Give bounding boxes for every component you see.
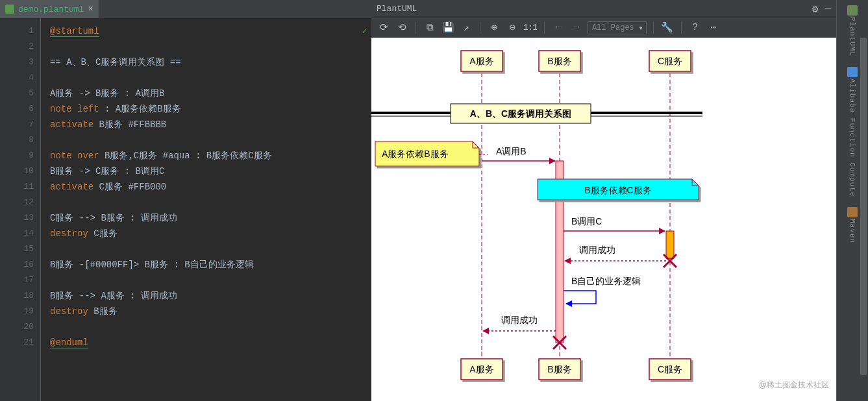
msg-a-to-b: A调用B [496, 146, 527, 156]
copy-icon[interactable]: ⧉ [423, 21, 437, 35]
preview-title: PlantUML [377, 4, 417, 14]
msg-c-reply: 调用成功 [579, 245, 615, 255]
preview-pane: PlantUML ⚙ — ⟳ ⟲ ⧉ 💾 ↗ ⊕ ⊖ 1:1 ← → All P… [371, 0, 836, 401]
editor-area[interactable]: 123456789101112131415161718192021 ✓ @sta… [0, 18, 371, 401]
gutter: 123456789101112131415161718192021 [0, 18, 40, 401]
watermark: @稀土掘金技术社区 [759, 380, 829, 391]
gear-icon[interactable]: ⚙ [812, 3, 819, 16]
editor-pane: demo.plantuml × 123456789101112131415161… [0, 0, 371, 401]
svg-rect-16 [666, 231, 674, 258]
help-icon[interactable]: ? [688, 21, 702, 35]
inspection-ok-icon: ✓ [362, 23, 367, 39]
preview-header: PlantUML ⚙ — [371, 0, 836, 18]
close-icon[interactable]: × [88, 4, 93, 14]
editor-tabbar: demo.plantuml × [0, 0, 371, 18]
tab-filename: demo.plantuml [18, 5, 84, 14]
note-over: B服务依赖C服务 [584, 185, 651, 195]
refresh-icon[interactable]: ⟳ [377, 21, 391, 35]
actor-b-bot: B服务 [547, 364, 571, 374]
zoom-out-icon[interactable]: ⊖ [505, 21, 519, 35]
plantuml-icon [847, 5, 858, 16]
msg-b-to-c: B调用C [571, 216, 602, 226]
wrench-icon[interactable]: 🔧 [660, 21, 675, 35]
more-icon[interactable]: ⋯ [706, 21, 721, 35]
actor-a-bot: A服务 [469, 364, 493, 374]
preview-toolbar: ⟳ ⟲ ⧉ 💾 ↗ ⊕ ⊖ 1:1 ← → All Pages 🔧 ? ⋯ [371, 18, 836, 38]
actor-a-top: A服务 [469, 56, 493, 66]
next-page-icon[interactable]: → [569, 21, 584, 35]
scrollbar-track [860, 38, 867, 393]
scrollbar-thumb[interactable] [860, 38, 867, 375]
editor-tab[interactable]: demo.plantuml × [0, 0, 99, 18]
code-text[interactable]: ✓ @startuml== A、B、C服务调用关系图 ==A服务 -> B服务 … [40, 18, 371, 401]
export-icon[interactable]: ↗ [459, 21, 473, 35]
msg-b-reply: 调用成功 [501, 315, 538, 325]
actor-b-top: B服务 [547, 56, 571, 66]
reload-icon[interactable]: ⟲ [395, 21, 409, 35]
zoom-in-icon[interactable]: ⊕ [487, 21, 501, 35]
save-icon[interactable]: 💾 [441, 21, 455, 35]
fc-icon [847, 67, 858, 77]
msg-self: B自己的业务逻辑 [571, 276, 641, 286]
file-icon [5, 5, 14, 14]
maven-icon [847, 207, 858, 217]
actor-c-bot: C服务 [658, 364, 682, 374]
pages-combo[interactable]: All Pages [588, 21, 647, 34]
diagram-title: A、B、C服务调用关系图 [470, 108, 571, 119]
prev-page-icon[interactable]: ← [551, 21, 565, 35]
zoom-1to1-icon[interactable]: 1:1 [523, 21, 538, 35]
minimize-icon[interactable]: — [825, 3, 831, 16]
diagram-canvas: A服务 B服务 C服务 A服务 B服务 C服务 [371, 38, 836, 401]
note-left: A服务依赖B服务 [382, 149, 449, 159]
actor-c-top: C服务 [658, 56, 682, 66]
